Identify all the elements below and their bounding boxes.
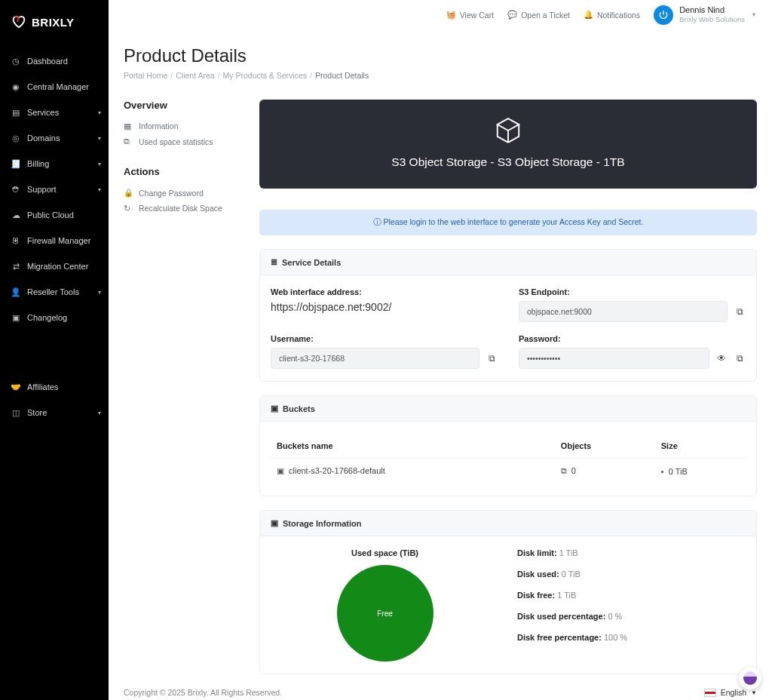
sidebar-item-label: Services [27, 108, 59, 117]
breadcrumb: Portal Home/Client Area/My Products & Se… [124, 71, 757, 80]
flag-icon [704, 689, 716, 697]
chevron-down-icon: ▾ [98, 135, 101, 142]
user-company: Brixly Web Solutions [679, 15, 745, 23]
receipt-icon: 🧾 [11, 158, 21, 169]
col-objects: Objects [555, 434, 655, 459]
copy-endpoint-icon[interactable]: ⧉ [734, 305, 746, 318]
sidebar-item-services[interactable]: ▤Services▾ [0, 100, 109, 125]
storage-card: ▣Storage Information Used space (TiB) Fr… [259, 510, 757, 674]
sidebar: BRIXLY ◷Dashboard◉Central Manager▤Servic… [0, 0, 109, 700]
scroll-top-button[interactable] [739, 667, 761, 689]
sidebar-item-store[interactable]: ◫Store▾ [0, 400, 109, 425]
sidebar-item-domains[interactable]: ◎Domains▾ [0, 125, 109, 151]
stack-icon: ▤ [11, 107, 21, 118]
chart-title: Used space (TiB) [271, 548, 499, 557]
sidebar-item-migration-center[interactable]: ⇄Migration Center [0, 253, 109, 279]
breadcrumb-link[interactable]: Client Area [176, 71, 214, 80]
globe-icon: ◉ [11, 81, 21, 92]
cube-icon [494, 116, 522, 145]
page-title: Product Details [124, 45, 757, 66]
disk-icon: ▪ [661, 467, 664, 476]
info-icon: ⓘ [373, 217, 384, 226]
ticket-icon: 💬 [507, 10, 517, 20]
sidebar-item-firewall-manager[interactable]: ⛨Firewall Manager [0, 228, 109, 253]
disk-free-pct: 100 % [604, 633, 627, 642]
reveal-password-icon[interactable]: 👁 [715, 352, 728, 364]
brand-logo[interactable]: BRIXLY [0, 0, 109, 44]
overview-link-0[interactable]: ▦Information [124, 118, 243, 134]
usage-pie-chart: Free [337, 565, 433, 662]
chevron-down-icon: ▼ [751, 11, 757, 18]
action-link-0[interactable]: 🔒Change Password [124, 185, 243, 201]
handshake-icon: 🤝 [11, 382, 21, 392]
sidebar-item-label: Support [27, 185, 57, 194]
buckets-card: ▣Buckets Buckets name Objects Size ▣clie… [259, 395, 757, 496]
heart-logo-icon [11, 14, 27, 30]
user-menu[interactable]: Dennis Nind Brixly Web Solutions ▼ [654, 5, 757, 25]
sidebar-item-affiliates[interactable]: 🤝Affiliates [0, 374, 109, 400]
list-icon: ≣ [271, 257, 277, 267]
col-name: Buckets name [271, 434, 555, 459]
lifebuoy-icon: ⛑ [11, 184, 21, 195]
bell-icon: 🔔 [584, 10, 593, 20]
open-ticket-link[interactable]: 💬 Open a Ticket [507, 10, 570, 20]
copy-username-icon[interactable]: ⧉ [486, 352, 498, 364]
web-address-value[interactable]: https://objspace.net:9002/ [271, 301, 498, 313]
sidebar-item-billing[interactable]: 🧾Billing▾ [0, 151, 109, 177]
sidebar-item-reseller-tools[interactable]: 👤Reseller Tools▾ [0, 279, 109, 305]
breadcrumb-link[interactable]: Portal Home [124, 71, 167, 80]
actions-heading: Actions [124, 166, 243, 177]
s3-endpoint-input[interactable] [519, 301, 728, 322]
archive-icon: ▣ [271, 404, 278, 413]
sidebar-item-dashboard[interactable]: ◷Dashboard [0, 48, 109, 74]
footer: Copyright © 2025 Brixly. All Rights Rese… [109, 685, 772, 700]
sidebar-item-label: Changelog [27, 313, 67, 322]
info-alert: ⓘ Please login to the web interface to g… [259, 210, 757, 235]
objects-icon: ⧉ [561, 466, 567, 475]
avatar [654, 5, 673, 25]
action-link-1[interactable]: ↻Recalculate Disk Space [124, 201, 243, 216]
password-input[interactable] [519, 348, 709, 369]
chevron-down-icon: ▾ [98, 186, 101, 193]
sidebar-item-label: Public Cloud [27, 210, 74, 220]
username-input[interactable] [271, 348, 479, 369]
brand-name: BRIXLY [32, 16, 75, 29]
chevron-down-icon: ▾ [98, 289, 101, 296]
username-label: Username: [271, 334, 498, 343]
sidebar-item-label: Store [27, 408, 47, 417]
disk-used-pct: 0 % [608, 612, 622, 621]
notifications-link[interactable]: 🔔 Notifications [584, 10, 640, 20]
sidebar-item-label: Affiliates [27, 382, 58, 391]
copy-password-icon[interactable]: ⧉ [734, 352, 746, 364]
breadcrumb-current: Product Details [315, 71, 369, 80]
overview-heading: Overview [124, 100, 243, 111]
target-icon: ◎ [11, 133, 21, 143]
user-icon: 👤 [11, 287, 21, 297]
view-cart-link[interactable]: 🧺 View Cart [446, 10, 494, 20]
product-title: S3 Object Storage - S3 Object Storage - … [267, 155, 749, 169]
sidebar-item-label: Reseller Tools [27, 287, 79, 296]
copyright: Copyright © 2025 Brixly. All Rights Rese… [124, 688, 282, 697]
overview-link-1[interactable]: ⧉Used space statistics [124, 134, 243, 149]
sidebar-item-changelog[interactable]: ▣Changelog [0, 305, 109, 330]
gauge-icon: ◷ [11, 56, 21, 66]
info-icon: ▣ [271, 518, 278, 528]
sidebar-item-label: Dashboard [27, 57, 68, 66]
sidebar-item-public-cloud[interactable]: ☁Public Cloud [0, 202, 109, 228]
sidebar-item-label: Central Manager [27, 82, 89, 91]
sidebar-item-central-manager[interactable]: ◉Central Manager [0, 74, 109, 100]
bucket-icon: ▣ [277, 466, 284, 475]
table-row[interactable]: ▣client-s3-20-17668-default⧉0▪0 TiB [271, 459, 746, 484]
user-name: Dennis Nind [679, 5, 745, 15]
disk-limit: 1 TiB [559, 548, 578, 557]
disk-free: 1 TiB [557, 591, 576, 600]
topbar: 🧺 View Cart 💬 Open a Ticket 🔔 Notificati… [109, 0, 772, 30]
product-hero: S3 Object Storage - S3 Object Storage - … [259, 100, 757, 189]
web-address-label: Web interface address: [271, 287, 498, 296]
sidebar-item-support[interactable]: ⛑Support▾ [0, 177, 109, 202]
power-icon [658, 10, 669, 20]
shield-icon: ⛨ [11, 235, 21, 246]
sidebar-item-label: Migration Center [27, 262, 88, 271]
archive-icon: ▣ [11, 312, 21, 323]
breadcrumb-link[interactable]: My Products & Services [223, 71, 307, 80]
